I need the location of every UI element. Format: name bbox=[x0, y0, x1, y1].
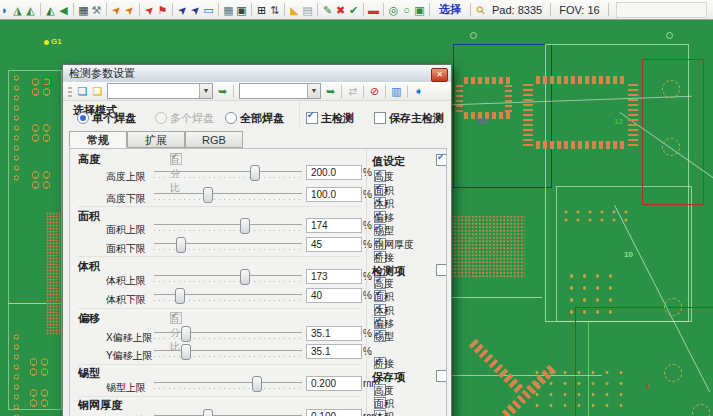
tab-general[interactable]: 常规 bbox=[69, 131, 127, 148]
chevron-down-icon[interactable]: ▼ bbox=[199, 84, 212, 98]
toolbar-separator bbox=[363, 85, 364, 98]
x-offset-upper-slider[interactable] bbox=[154, 326, 302, 341]
apply-check-icon[interactable]: ✔ bbox=[347, 1, 360, 19]
square-ring-icon[interactable]: ▣ bbox=[413, 1, 426, 19]
toolbar-separator bbox=[317, 3, 318, 16]
pcb-label-10: 10 bbox=[624, 250, 633, 259]
exit-icon[interactable]: ➧ bbox=[411, 83, 426, 100]
volume-lower-slider[interactable] bbox=[154, 288, 302, 303]
app-disk-icon[interactable]: ◗ bbox=[0, 1, 11, 19]
height-lower-slider[interactable] bbox=[154, 187, 302, 202]
tab-extended[interactable]: 扩展 bbox=[127, 131, 185, 148]
y-offset-upper-value[interactable]: 35.1 bbox=[306, 344, 362, 359]
cone-icon[interactable]: ◀ bbox=[57, 1, 70, 19]
flag-triangle-2-icon[interactable]: ◭ bbox=[24, 1, 37, 19]
save-icon[interactable]: ▥ bbox=[389, 83, 404, 100]
slider-thumb[interactable] bbox=[176, 237, 186, 253]
grid-icon[interactable]: ▤ bbox=[301, 1, 314, 19]
area-lower-slider[interactable] bbox=[154, 237, 302, 252]
slider-thumb[interactable] bbox=[175, 288, 185, 304]
quad-grid-icon[interactable]: ⊞ bbox=[255, 1, 268, 19]
slider-thumb[interactable] bbox=[240, 218, 250, 234]
select-button[interactable]: 选择 bbox=[439, 2, 461, 17]
chevron-down-icon[interactable]: ▼ bbox=[307, 84, 320, 98]
sort-az-icon[interactable]: ⇅ bbox=[268, 1, 281, 19]
template-combo-2[interactable]: ▼ bbox=[239, 83, 321, 99]
pcb-qfp-pads bbox=[464, 77, 510, 84]
checkbox-icon[interactable] bbox=[374, 112, 386, 124]
chart-edit-icon[interactable]: ✎ bbox=[321, 1, 334, 19]
slider-thumb[interactable] bbox=[252, 376, 262, 392]
slider-thumb[interactable] bbox=[240, 269, 250, 285]
group-area-label: 面积 bbox=[78, 209, 100, 224]
apply-template-icon[interactable]: ➥ bbox=[215, 83, 230, 100]
pcb-round-footprint bbox=[664, 298, 682, 316]
pcb-qfp-pads bbox=[505, 84, 512, 112]
group-stencil-thickness-label: 钢网厚度 bbox=[78, 398, 122, 413]
pcb-connector-pads bbox=[628, 82, 638, 146]
radio-single-pad[interactable]: 单个焊盘 bbox=[77, 111, 136, 126]
height-upper-slider[interactable] bbox=[154, 165, 302, 180]
volume-upper-value[interactable]: 173 bbox=[306, 269, 362, 284]
volume-lower-value[interactable]: 40 bbox=[306, 288, 362, 303]
checkbox-icon[interactable] bbox=[306, 112, 318, 124]
table-icon[interactable]: ▦ bbox=[222, 1, 235, 19]
slider-thumb[interactable] bbox=[203, 409, 213, 416]
stencil-thickness-value[interactable]: 0.100 bbox=[306, 409, 362, 416]
pcb-pad-pair bbox=[28, 388, 50, 408]
area-upper-slider[interactable] bbox=[154, 218, 302, 233]
stencil-thickness-slider[interactable] bbox=[154, 409, 302, 416]
magnifier-icon[interactable]: ⚲ bbox=[470, 0, 492, 20]
slider-thumb[interactable] bbox=[181, 326, 191, 342]
solder-shape-upper-slider[interactable] bbox=[154, 376, 302, 391]
tab-rgb[interactable]: RGB bbox=[185, 131, 243, 148]
y-offset-upper-slider[interactable] bbox=[154, 344, 302, 359]
pcb-green-line-h bbox=[452, 297, 542, 298]
slider-thumb[interactable] bbox=[250, 165, 260, 181]
slider-thumb[interactable] bbox=[181, 344, 191, 360]
toolbar-separator bbox=[73, 3, 74, 16]
volume-upper-slider[interactable] bbox=[154, 269, 302, 284]
toolbar-grip[interactable] bbox=[68, 85, 72, 97]
camera-icon[interactable]: ▣ bbox=[235, 1, 248, 19]
main-detect-checkbox[interactable]: 主检测 bbox=[306, 111, 354, 126]
pcb-label-1: 1 bbox=[645, 381, 649, 390]
radio-icon[interactable] bbox=[77, 112, 89, 124]
tools-icon[interactable]: ⚒ bbox=[90, 1, 103, 19]
divider bbox=[299, 101, 300, 127]
solder-shape-upper-value[interactable]: 0.200 bbox=[306, 376, 362, 391]
area-lower-value[interactable]: 45 bbox=[306, 237, 362, 252]
save-template-icon[interactable]: ❏ bbox=[90, 83, 105, 100]
delete-icon[interactable]: ✖ bbox=[334, 1, 347, 19]
load-template-icon[interactable]: ❏ bbox=[75, 83, 90, 100]
flag-triangle-icon[interactable]: ◮ bbox=[11, 1, 24, 19]
slider-thumb[interactable] bbox=[203, 187, 213, 203]
block-icon[interactable]: ⊘ bbox=[367, 83, 382, 100]
apply-template-2-icon[interactable]: ➥ bbox=[323, 83, 338, 100]
save-main-detect-checkbox[interactable]: 保存主检测 bbox=[374, 111, 444, 126]
height-lower-value[interactable]: 100.0 bbox=[306, 187, 362, 202]
height-upper-value[interactable]: 200.0 bbox=[306, 165, 362, 180]
unit-label: % bbox=[363, 328, 372, 339]
value-setting-section-label: 值设定 bbox=[372, 154, 405, 169]
area-upper-value[interactable]: 174 bbox=[306, 218, 362, 233]
dialog-titlebar[interactable]: 检测参数设置 bbox=[63, 65, 451, 83]
x-offset-upper-value[interactable]: 35.1 bbox=[306, 326, 362, 341]
save-items-header-checkbox[interactable] bbox=[436, 370, 447, 382]
divider bbox=[78, 256, 360, 257]
radio-icon[interactable] bbox=[225, 112, 237, 124]
template-combo-1[interactable]: ▼ bbox=[107, 83, 213, 99]
circle-icon[interactable]: ○ bbox=[400, 1, 413, 19]
value-setting-header-checkbox[interactable] bbox=[436, 154, 447, 166]
prism-icon[interactable]: ◭ bbox=[44, 1, 57, 19]
detect-items-header-checkbox[interactable] bbox=[436, 264, 447, 276]
toolbar-separator bbox=[363, 3, 364, 16]
circle-double-icon[interactable]: ◎ bbox=[387, 1, 400, 19]
close-button[interactable]: ✕ bbox=[431, 68, 448, 82]
dialog-toolbar: ❏ ❏ ▼ ➥ ▼ ➥ ⇄ ⊘ ▥ ➧ bbox=[63, 82, 451, 101]
set-square-icon[interactable]: ◣ bbox=[288, 1, 301, 19]
remove-icon[interactable]: ▬ bbox=[367, 1, 380, 19]
monitor-icon[interactable]: ▦ bbox=[77, 1, 90, 19]
save-items-section-label: 保存项 bbox=[372, 370, 405, 385]
radio-all-pads[interactable]: 全部焊盘 bbox=[225, 111, 284, 126]
